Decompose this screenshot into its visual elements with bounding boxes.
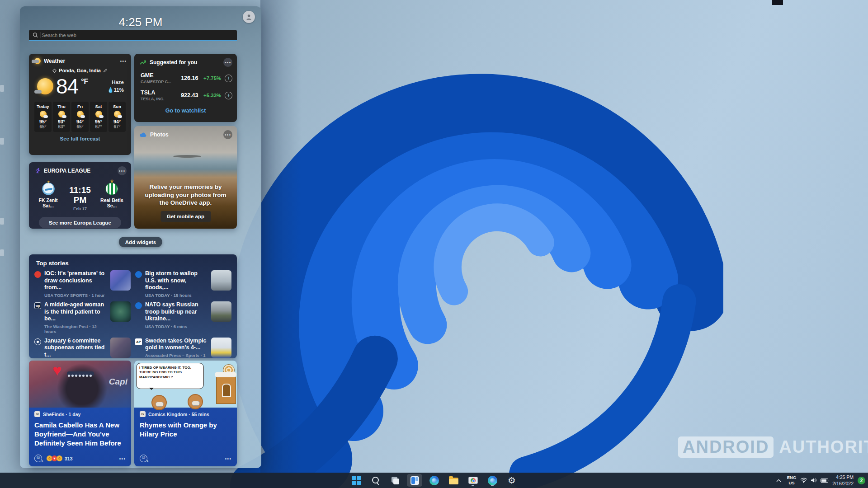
card-menu-button[interactable]: ••• xyxy=(119,456,126,461)
precip-chance: 💧11% xyxy=(107,86,124,94)
choker-detail xyxy=(67,371,94,376)
news-item[interactable]: January 6 committee subpoenas others tie… xyxy=(34,338,131,358)
shefinds-icon: SF xyxy=(34,411,40,417)
top-stories-widget: Top stories IOC: It's 'premature' to dra… xyxy=(29,254,237,358)
stocks-widget[interactable]: Suggested for you ••• GME GAMESTOP C... … xyxy=(134,54,237,122)
forecast-day[interactable]: Sat 95° 67° xyxy=(90,102,107,132)
news-item[interactable]: Big storm to wallop U.S. with snow, floo… xyxy=(135,270,231,298)
sports-title: EUROPA LEAGUE xyxy=(44,168,114,174)
running-indicator xyxy=(491,485,494,486)
news-item[interactable]: IOC: It's 'premature' to draw conclusion… xyxy=(34,270,131,298)
associated-press-icon: AP xyxy=(135,338,142,345)
news-thumbnail xyxy=(211,338,231,358)
betis-crest-icon xyxy=(105,183,118,195)
card-source: Comics Kingdom · 55 mins xyxy=(148,412,209,417)
sports-widget[interactable]: EUROPA LEAGUE ••• FK Zenit Sai... 11:15 … xyxy=(29,162,131,229)
widgets-icon xyxy=(410,476,419,485)
stock-row[interactable]: TSLA TESLA, INC. 922.43 +5.33% + xyxy=(134,87,237,104)
language-switcher[interactable]: ENG US xyxy=(787,475,797,486)
see-full-forecast-link[interactable]: See full forecast xyxy=(29,136,131,141)
card-menu-button[interactable]: ••• xyxy=(225,456,231,461)
entertainment-card[interactable]: ♥ Capi SF SheFinds · 1 day Camila Cabell… xyxy=(29,361,131,466)
forecast-day[interactable]: Today 95° 65° xyxy=(34,102,52,132)
cbs-eye-icon xyxy=(34,338,41,345)
tray-clock[interactable]: 4:25 PM 2/16/2022 xyxy=(832,474,854,487)
usa-today-sports-icon xyxy=(34,271,41,278)
news-item[interactable]: NATO says Russian troop build-up near Uk… xyxy=(135,301,231,334)
browser-window-button[interactable] xyxy=(465,474,481,487)
sun-cloud-icon xyxy=(40,111,47,117)
photos-message: Relive your memories by uploading your p… xyxy=(140,183,231,207)
weather-menu-button[interactable]: ••• xyxy=(120,58,127,64)
sports-menu-button[interactable]: ••• xyxy=(118,166,127,175)
gingerbread-character xyxy=(188,394,203,409)
notification-badge[interactable]: 2 xyxy=(858,477,865,484)
add-to-watchlist-button[interactable]: + xyxy=(225,92,232,99)
sun-cloud-icon xyxy=(77,111,84,117)
profile-avatar-button[interactable] xyxy=(243,11,255,23)
camila-photo: ♥ Capi xyxy=(29,361,131,408)
watermark-box: ANDROID xyxy=(678,436,774,458)
desktop-icon-sliver xyxy=(0,85,4,92)
web-search-bar[interactable] xyxy=(29,30,237,41)
edge-icon xyxy=(488,476,497,485)
widgets-panel: 4:25 PM Weather ••• xyxy=(20,6,261,468)
match-row[interactable]: FK Zenit Sai... 11:15 PM Feb 17 Real Bet… xyxy=(29,178,131,211)
file-explorer-button[interactable] xyxy=(446,474,461,487)
watermark-text: AUTHORITY xyxy=(779,437,868,457)
match-time: 11:15 PM xyxy=(63,185,97,205)
text-caret xyxy=(41,32,41,38)
edge-browser-button[interactable] xyxy=(426,474,442,487)
settings-button[interactable]: ⚙ xyxy=(504,474,519,487)
wallpaper-bloom xyxy=(194,14,723,488)
forecast-day[interactable]: Sun 94° 67° xyxy=(108,102,126,132)
weather-widget[interactable]: Weather ••• Ponda, Goa, India 84 °F Haze… xyxy=(29,54,131,155)
edge-browser-button-2[interactable] xyxy=(485,474,500,487)
usa-today-icon xyxy=(135,271,142,278)
speech-bubble: I TIRED OF WEARING IT, TOO. THERE NO END… xyxy=(136,363,204,389)
photos-menu-button[interactable]: ••• xyxy=(223,130,232,139)
go-to-watchlist-link[interactable]: Go to watchlist xyxy=(134,108,237,114)
forecast-day[interactable]: Thu 93° 63° xyxy=(53,102,70,132)
start-button[interactable] xyxy=(349,474,364,487)
stocks-title: Suggested for you xyxy=(150,59,220,66)
get-mobile-app-button[interactable]: Get mobile app xyxy=(160,211,211,222)
quick-settings[interactable] xyxy=(800,478,828,483)
widgets-button[interactable] xyxy=(407,474,422,487)
photos-widget[interactable]: Photos ••• Relive your memories by uploa… xyxy=(134,126,237,229)
see-more-europa-league-button[interactable]: See more Europa League xyxy=(39,217,121,228)
top-stories-title: Top stories xyxy=(29,254,237,269)
add-reaction-button[interactable] xyxy=(140,455,147,462)
stocks-menu-button[interactable]: ••• xyxy=(223,58,232,67)
zenit-crest-icon xyxy=(42,183,55,195)
comic-card[interactable]: I TIRED OF WEARING IT, TOO. THERE NO END… xyxy=(134,361,237,466)
current-condition-icon xyxy=(37,78,53,94)
task-view-button[interactable] xyxy=(387,474,403,487)
iheart-logo-icon: ♥ xyxy=(52,361,61,379)
sun-cloud-icon xyxy=(58,111,65,117)
forecast-day[interactable]: Fri 94° 65° xyxy=(71,102,89,132)
temperature-unit: °F xyxy=(81,78,88,86)
running-indicator xyxy=(472,485,474,486)
weather-location[interactable]: Ponda, Goa, India xyxy=(29,68,131,73)
panel-clock: 4:25 PM xyxy=(20,15,261,29)
news-thumbnail xyxy=(211,270,231,291)
stock-row[interactable]: GME GAMESTOP C... 126.16 +7.75% + xyxy=(134,70,237,87)
add-to-watchlist-button[interactable]: + xyxy=(225,75,232,82)
news-thumbnail xyxy=(110,270,131,291)
comic-image: I TIRED OF WEARING IT, TOO. THERE NO END… xyxy=(134,361,237,408)
washington-post-icon: wp xyxy=(34,302,41,309)
photo-background-text: Capi xyxy=(109,377,127,387)
add-widgets-button[interactable]: Add widgets xyxy=(119,237,162,247)
battery-icon xyxy=(821,479,828,483)
news-item[interactable]: wp A middle-aged woman is the third pati… xyxy=(34,301,131,334)
desktop: ANDROID AUTHORITY 4:25 PM Weather ••• xyxy=(0,0,868,488)
edit-pencil-icon[interactable] xyxy=(103,68,108,73)
card-headline: Rhymes with Orange by Hilary Price xyxy=(140,421,231,439)
tray-expand-chevron[interactable] xyxy=(774,479,783,482)
search-icon xyxy=(372,476,380,484)
search-input[interactable] xyxy=(42,33,233,38)
taskbar-search-button[interactable] xyxy=(368,474,383,487)
news-item[interactable]: AP Sweden takes Olympic gold in women's … xyxy=(135,338,231,358)
add-reaction-button[interactable] xyxy=(34,455,42,462)
